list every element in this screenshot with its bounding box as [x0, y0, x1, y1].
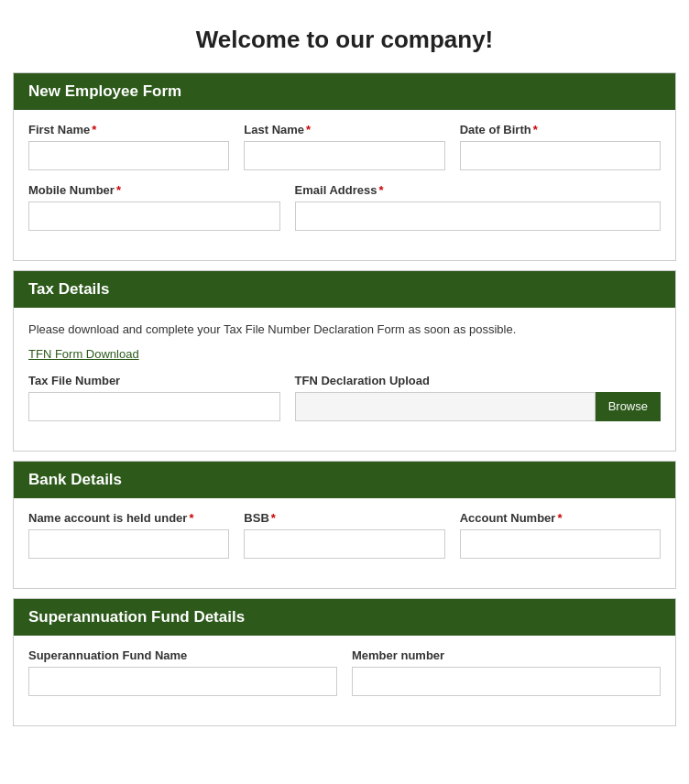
fund-name-group: Superannuation Fund Name: [28, 648, 337, 696]
dob-label: Date of Birth*: [460, 123, 661, 136]
tfn-upload-control: Browse: [295, 392, 661, 421]
last-name-label: Last Name*: [244, 123, 444, 136]
bank-fields-row: Name account is held under* BSB* Account…: [28, 511, 661, 559]
member-number-input[interactable]: [352, 667, 661, 696]
bsb-input[interactable]: [244, 529, 444, 559]
dob-input[interactable]: [460, 141, 661, 170]
tax-file-number-group: Tax File Number: [28, 374, 280, 421]
mobile-group: Mobile Number*: [28, 183, 280, 231]
dob-required: *: [533, 123, 538, 136]
bank-details-section: Bank Details Name account is held under*…: [13, 461, 676, 589]
page-title: Welcome to our company!: [0, 0, 689, 72]
tax-file-number-input[interactable]: [28, 392, 280, 421]
account-name-input[interactable]: [28, 529, 229, 559]
name-dob-row: First Name* Last Name* Date of Birth*: [28, 123, 661, 170]
dob-group: Date of Birth*: [460, 123, 661, 170]
bsb-label: BSB*: [244, 511, 444, 525]
super-fields-row: Superannuation Fund Name Member number: [28, 648, 661, 696]
first-name-group: First Name*: [28, 123, 229, 170]
last-name-group: Last Name*: [244, 123, 444, 170]
account-name-label: Name account is held under*: [28, 511, 229, 525]
tfn-file-display: [295, 392, 596, 421]
tax-file-number-label: Tax File Number: [28, 374, 280, 387]
super-header: Superannuation Fund Details: [14, 599, 675, 636]
account-number-required: *: [557, 511, 562, 525]
last-name-required: *: [306, 123, 311, 136]
tfn-upload-label: TFN Declaration Upload: [295, 374, 661, 387]
tax-fields-row: Tax File Number TFN Declaration Upload B…: [28, 374, 661, 421]
mobile-label: Mobile Number*: [28, 183, 280, 197]
email-group: Email Address*: [295, 183, 661, 231]
account-number-group: Account Number*: [460, 511, 661, 559]
mobile-email-row: Mobile Number* Email Address*: [28, 183, 661, 231]
mobile-input[interactable]: [28, 201, 280, 231]
tax-details-header: Tax Details: [14, 271, 675, 308]
tax-note: Please download and complete your Tax Fi…: [28, 321, 661, 339]
tfn-download-link[interactable]: TFN Form Download: [28, 347, 139, 361]
first-name-input[interactable]: [28, 141, 229, 170]
fund-name-label: Superannuation Fund Name: [28, 648, 337, 662]
bank-details-header: Bank Details: [14, 462, 675, 498]
first-name-required: *: [92, 123, 96, 136]
account-name-required: *: [189, 511, 193, 525]
employee-form-section: New Employee Form First Name* Last Name*…: [13, 72, 676, 261]
email-input[interactable]: [295, 201, 661, 231]
account-name-group: Name account is held under*: [28, 511, 229, 559]
fund-name-input[interactable]: [28, 667, 337, 696]
bsb-required: *: [271, 511, 276, 525]
last-name-input[interactable]: [244, 141, 444, 170]
member-number-group: Member number: [352, 648, 661, 696]
account-number-label: Account Number*: [460, 511, 661, 525]
employee-form-header: New Employee Form: [14, 73, 675, 110]
super-section: Superannuation Fund Details Superannuati…: [13, 598, 676, 726]
tax-details-section: Tax Details Please download and complete…: [13, 270, 676, 452]
first-name-label: First Name*: [28, 123, 229, 136]
mobile-required: *: [116, 183, 121, 197]
email-required: *: [378, 183, 383, 197]
bsb-group: BSB*: [244, 511, 444, 559]
browse-button[interactable]: Browse: [596, 392, 661, 421]
tfn-upload-group: TFN Declaration Upload Browse: [295, 374, 661, 421]
account-number-input[interactable]: [460, 529, 661, 559]
email-label: Email Address*: [295, 183, 661, 197]
member-number-label: Member number: [352, 648, 661, 662]
